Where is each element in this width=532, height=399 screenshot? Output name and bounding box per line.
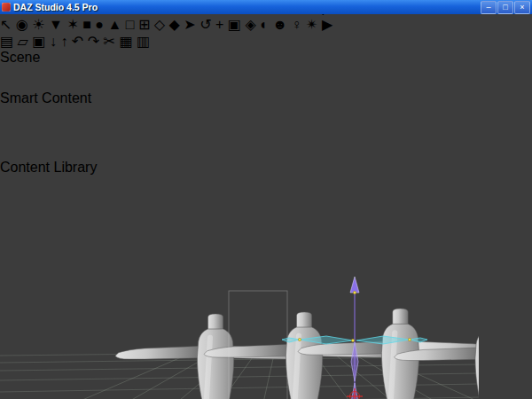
create-cone-icon[interactable]: ▲	[107, 17, 121, 32]
spot-render-tool-icon[interactable]: ◐	[260, 17, 269, 32]
tab-content-library[interactable]: Content Library	[0, 160, 532, 238]
render-button-icon[interactable]: ▶	[322, 17, 332, 32]
create-cube-icon[interactable]: ■	[82, 17, 91, 32]
scale-tool-icon[interactable]: ▣	[228, 17, 241, 32]
cut-icon[interactable]: ✂	[104, 34, 115, 49]
close-button[interactable]: ×	[514, 1, 530, 14]
tab-smart-content-label: Smart Content	[0, 90, 91, 106]
point-light-icon[interactable]: ✶	[66, 17, 78, 32]
create-plane-icon[interactable]: □	[126, 17, 135, 32]
create-null-icon[interactable]: ◇	[154, 17, 165, 32]
maximize-button[interactable]: □	[497, 1, 513, 14]
copy-icon[interactable]: ▦	[119, 34, 132, 49]
tab-scene-label: Scene	[0, 50, 40, 65]
import-icon[interactable]: ↓	[50, 34, 57, 49]
create-bone-icon[interactable]: ◆	[169, 17, 180, 32]
daz-studio-window: DAZ Studio 4.5 Pro – □ × File Edit Creat…	[0, 0, 532, 399]
powerpose-tool-icon[interactable]: ☻	[272, 17, 287, 32]
tab-content-library-label: Content Library	[0, 160, 97, 175]
whats-this-tool-icon[interactable]: ↖	[0, 17, 12, 32]
surface-selection-tool-icon[interactable]: ◈	[245, 17, 255, 32]
create-group-icon[interactable]: ⊞	[138, 17, 150, 32]
tab-smart-content[interactable]: Smart Content	[0, 90, 532, 160]
app-icon	[2, 3, 11, 12]
viewport[interactable]: ◉ Default Camera ▾ ≡ ◐ + ↕ ⊕ ▣ ◎ Right	[0, 238, 532, 399]
figure-setup-icon[interactable]: ♀	[292, 17, 302, 32]
node-selection-tool-icon[interactable]: ➤	[184, 17, 195, 32]
minimize-button[interactable]: –	[481, 1, 497, 14]
file-toolbar-vertical: ▤ ▱ ▣ ↓ ↑ ↶ ↷ ✂ ▦ ▥	[0, 33, 532, 50]
new-camera-icon[interactable]: ◉	[16, 17, 28, 32]
save-file-icon[interactable]: ▣	[32, 34, 45, 49]
redo-icon[interactable]: ↷	[88, 34, 99, 49]
distant-light-icon[interactable]: ☀	[32, 17, 44, 32]
translate-tool-icon[interactable]: +	[215, 17, 223, 32]
tab-scene[interactable]: Scene	[0, 50, 532, 90]
open-file-icon[interactable]: ▱	[18, 34, 28, 49]
rotate-tool-icon[interactable]: ↺	[200, 17, 211, 32]
export-icon[interactable]: ↑	[60, 34, 67, 49]
undo-icon[interactable]: ↶	[72, 34, 83, 49]
selected-node-crosshair	[347, 388, 363, 399]
window-title: DAZ Studio 4.5 Pro	[13, 2, 98, 12]
viewport-canvas[interactable]	[0, 238, 479, 399]
paste-icon[interactable]: ▥	[137, 34, 150, 49]
left-dock-tabs: Scene Smart Content Content Library	[0, 50, 532, 238]
new-file-icon[interactable]: ▤	[0, 34, 13, 49]
create-sphere-icon[interactable]: ●	[95, 17, 104, 32]
window-titlebar[interactable]: DAZ Studio 4.5 Pro – □ ×	[0, 0, 532, 14]
smart-content-wand-icon[interactable]: ✴	[306, 17, 317, 32]
main-toolbar: ↖ ◉ ☀ ▼ ✶ ■ ● ▲ □ ⊞ ◇ ◆ ➤ ↺ + ▣ ◈ ◐ ☻ ♀ …	[0, 16, 532, 33]
spotlight-icon[interactable]: ▼	[49, 17, 63, 32]
